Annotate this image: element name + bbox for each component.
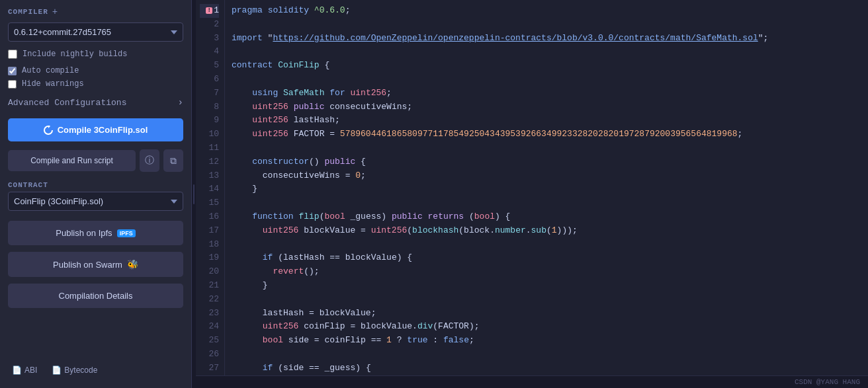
line-num-3: 3: [200, 32, 219, 46]
line-num-15: 15: [200, 196, 219, 210]
advanced-config-row[interactable]: Advanced Configurations ›: [0, 91, 191, 113]
abi-label: ABI: [24, 366, 37, 375]
line-num-12: 12: [200, 155, 219, 169]
advanced-config-label: Advanced Configurations: [8, 98, 126, 108]
code-area: !1 2 3 4 5 6 7 8 9 10 11 12 13 14 15 16 …: [196, 0, 868, 388]
line-num-11: 11: [200, 141, 219, 155]
auto-compile-checkbox[interactable]: [8, 67, 17, 75]
line-num-20: 20: [200, 265, 219, 279]
contract-select-wrapper: CoinFlip (3CoinFlip.sol): [0, 192, 191, 217]
compiler-version-select[interactable]: 0.6.12+commit.27d51765: [8, 22, 183, 42]
ipfs-badge: IPFS: [117, 229, 136, 237]
nightly-builds-label: Include nightly builds: [22, 50, 127, 59]
code-editor[interactable]: !1 2 3 4 5 6 7 8 9 10 11 12 13 14 15 16 …: [196, 0, 868, 375]
line-num-19: 19: [200, 251, 219, 265]
line-num-1: !1: [200, 4, 219, 18]
line-num-25: 25: [200, 334, 219, 348]
compiler-header: COMPILER +: [0, 0, 191, 22]
credit-text: CSDN @YANG HANG: [795, 378, 860, 386]
swarm-icon: 🐝: [127, 259, 138, 270]
nightly-builds-row: Include nightly builds: [0, 47, 191, 64]
line-num-24: 24: [200, 320, 219, 334]
line-num-22: 22: [200, 293, 219, 307]
compilation-details-button[interactable]: Compilation Details: [8, 284, 183, 308]
import-link[interactable]: https://github.com/OpenZeppelin/openzepp…: [273, 33, 758, 43]
hide-warnings-label[interactable]: Hide warnings: [22, 79, 84, 89]
chevron-right-icon: ›: [178, 97, 183, 108]
line-num-10: 10: [200, 128, 219, 141]
line-num-9: 9: [200, 114, 219, 128]
line-num-14: 14: [200, 182, 219, 196]
compiler-version-wrapper: 0.6.12+commit.27d51765: [0, 22, 191, 47]
line-num-23: 23: [200, 307, 219, 321]
publish-ipfs-label: Publish on Ipfs: [56, 228, 112, 238]
compile-run-row: Compile and Run script ⓘ ⧉: [8, 149, 183, 172]
publish-ipfs-button[interactable]: Publish on Ipfs IPFS: [8, 221, 183, 245]
line-num-8: 8: [200, 100, 219, 114]
line-num-26: 26: [200, 348, 219, 362]
bytecode-label: Bytecode: [64, 366, 97, 375]
contract-label: CONTRACT: [0, 175, 191, 192]
file-icon: 📄: [12, 366, 22, 375]
info-button[interactable]: ⓘ: [140, 149, 159, 172]
code-content[interactable]: pragma solidity ^0.6.0; import "https://…: [225, 0, 868, 375]
compiler-label: COMPILER: [8, 8, 48, 16]
bytecode-button[interactable]: 📄 Bytecode: [48, 363, 101, 377]
line-num-16: 16: [200, 210, 219, 224]
line-num-17: 17: [200, 224, 219, 238]
copy-button[interactable]: ⧉: [163, 149, 183, 172]
line-num-21: 21: [200, 279, 219, 293]
publish-swarm-button[interactable]: Publish on Swarm 🐝: [8, 252, 183, 277]
line-num-7: 7: [200, 87, 219, 100]
compile-run-button[interactable]: Compile and Run script: [8, 150, 136, 171]
line-num-2: 2: [200, 18, 219, 32]
contract-select[interactable]: CoinFlip (3CoinFlip.sol): [8, 192, 183, 211]
line-num-18: 18: [200, 238, 219, 252]
hide-warnings-checkbox[interactable]: [8, 80, 17, 89]
info-icon: ⓘ: [145, 155, 154, 167]
line-num-5: 5: [200, 59, 219, 73]
bottom-bar: 📄 ABI 📄 Bytecode: [0, 359, 191, 381]
compile-button[interactable]: Compile 3CoinFlip.sol: [8, 118, 183, 141]
nightly-builds-checkbox[interactable]: [8, 50, 17, 59]
auto-compile-row: Auto compile: [0, 64, 191, 77]
line-num-4: 4: [200, 45, 219, 59]
file-icon-2: 📄: [52, 366, 62, 375]
copy-icon: ⧉: [170, 155, 177, 167]
line-num-13: 13: [200, 169, 219, 183]
line-num-27: 27: [200, 362, 219, 375]
bottom-credit: CSDN @YANG HANG: [196, 375, 868, 388]
hide-warnings-row: Hide warnings: [0, 77, 191, 91]
refresh-icon: [44, 126, 53, 135]
line-num-6: 6: [200, 73, 219, 87]
compile-button-label: Compile 3CoinFlip.sol: [58, 125, 148, 135]
abi-button[interactable]: 📄 ABI: [8, 363, 41, 377]
auto-compile-label[interactable]: Auto compile: [22, 66, 79, 75]
add-compiler-button[interactable]: +: [52, 7, 58, 17]
line-numbers: !1 2 3 4 5 6 7 8 9 10 11 12 13 14 15 16 …: [196, 0, 225, 375]
publish-swarm-label: Publish on Swarm: [53, 260, 122, 270]
sidebar: COMPILER + 0.6.12+commit.27d51765 Includ…: [0, 0, 192, 388]
